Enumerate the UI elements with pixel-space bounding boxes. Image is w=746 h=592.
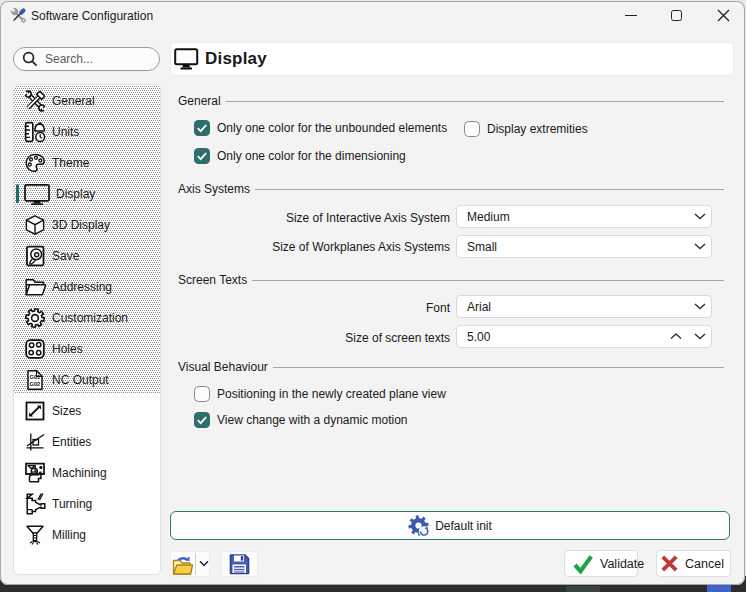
svg-text:G02: G02: [30, 380, 41, 386]
svg-text:G01: G01: [30, 373, 41, 379]
